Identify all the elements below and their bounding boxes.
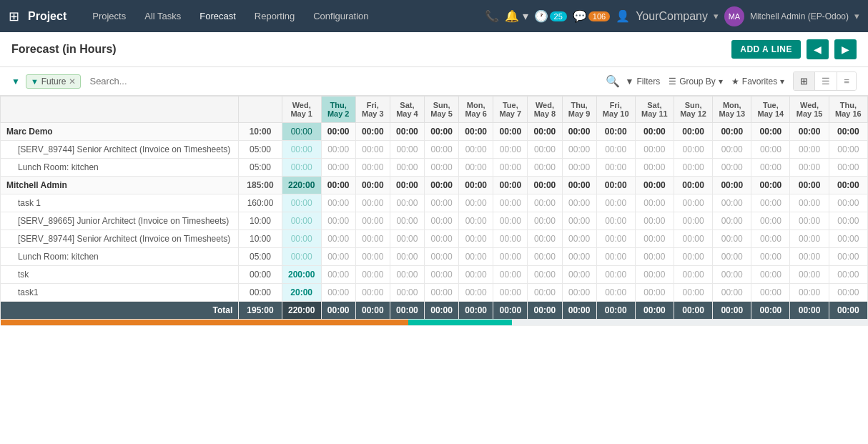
day-cell: 00:00 bbox=[425, 177, 459, 194]
day-cell: 00:00 bbox=[790, 141, 829, 159]
person-icon[interactable]: 👤 bbox=[616, 9, 630, 23]
progress-bar bbox=[1, 320, 868, 325]
child-name-cell: tsk bbox=[1, 266, 239, 284]
day-cell: 00:00 bbox=[635, 212, 674, 230]
grid-icon[interactable]: ⊞ bbox=[9, 9, 19, 24]
nav-menu: ProjectsAll TasksForecastReportingConfig… bbox=[84, 8, 482, 24]
total-day-cell: 00:00 bbox=[493, 302, 528, 320]
search-button[interactable]: 🔍 bbox=[606, 74, 620, 88]
nav-item-reporting[interactable]: Reporting bbox=[246, 8, 303, 24]
page-content: Forecast (in Hours) ADD A LINE ◀ ▶ ▼ ▼ F… bbox=[0, 32, 868, 444]
day-cell: 00:00 bbox=[493, 159, 528, 177]
day-cell: 00:00 bbox=[562, 159, 596, 177]
day-cell: 00:00 bbox=[674, 266, 712, 284]
filters-button[interactable]: ▼ Filters bbox=[626, 77, 661, 87]
day-cell: 00:00 bbox=[674, 230, 712, 248]
hours-cell: 05:00 bbox=[239, 159, 282, 177]
view-toggle: ⊞ ☰ ≡ bbox=[793, 71, 857, 91]
col-header-day-6: Tue,May 7 bbox=[493, 97, 528, 123]
filter-tag-future[interactable]: ▼ Future ✕ bbox=[26, 74, 82, 89]
next-button[interactable]: ▶ bbox=[834, 39, 857, 59]
nav-item-forecast[interactable]: Forecast bbox=[191, 8, 245, 24]
day-cell: 00:00 bbox=[674, 194, 712, 212]
groupby-button[interactable]: ☰ Group By ▾ bbox=[669, 77, 723, 87]
child-name-cell: Lunch Room: kitchen bbox=[1, 248, 239, 266]
today-cell: 00:00 bbox=[282, 159, 321, 177]
search-input[interactable] bbox=[87, 73, 599, 89]
today-cell: 00:00 bbox=[282, 141, 321, 159]
top-navigation: ⊞ Project ProjectsAll TasksForecastRepor… bbox=[0, 0, 868, 32]
day-cell: 00:00 bbox=[355, 194, 390, 212]
nav-item-configuration[interactable]: Configuration bbox=[305, 8, 377, 24]
nav-item-projects[interactable]: Projects bbox=[84, 8, 134, 24]
day-cell: 00:00 bbox=[790, 123, 829, 141]
group-name-cell[interactable]: Marc Demo bbox=[1, 123, 239, 141]
day-cell: 00:00 bbox=[390, 230, 424, 248]
view-lines-button[interactable]: ≡ bbox=[837, 72, 856, 90]
day-cell: 00:00 bbox=[493, 194, 528, 212]
total-day-cell: 00:00 bbox=[528, 302, 562, 320]
day-cell: 00:00 bbox=[751, 284, 790, 302]
total-day-cell: 00:00 bbox=[562, 302, 596, 320]
day-cell: 00:00 bbox=[790, 248, 829, 266]
app-name: Project bbox=[28, 10, 66, 23]
day-cell: 00:00 bbox=[425, 248, 459, 266]
day-cell: 00:00 bbox=[528, 230, 562, 248]
view-grid-button[interactable]: ⊞ bbox=[794, 72, 815, 90]
child-name-cell: [SERV_89744] Senior Architect (Invoice o… bbox=[1, 230, 239, 248]
favorites-button[interactable]: ★ Favorites ▾ bbox=[731, 77, 784, 87]
prev-button[interactable]: ◀ bbox=[807, 39, 829, 59]
nav-item-all-tasks[interactable]: All Tasks bbox=[136, 8, 189, 24]
day-cell: 00:00 bbox=[528, 248, 562, 266]
day-cell: 00:00 bbox=[355, 266, 390, 284]
day-cell: 00:00 bbox=[829, 230, 867, 248]
chat-icon[interactable]: 💬 106 bbox=[573, 9, 610, 23]
day-cell: 00:00 bbox=[751, 230, 790, 248]
day-cell: 00:00 bbox=[562, 230, 596, 248]
col-header-day-13: Tue,May 14 bbox=[751, 97, 790, 123]
progress-bar-row bbox=[1, 320, 868, 326]
day-cell: 00:00 bbox=[829, 284, 867, 302]
total-hours: 195:00 bbox=[239, 302, 282, 320]
phone-icon[interactable]: 📞 bbox=[485, 9, 499, 23]
day-cell: 00:00 bbox=[674, 212, 712, 230]
clock-badge: 25 bbox=[550, 11, 567, 21]
col-header-day-5: Mon,May 6 bbox=[459, 97, 493, 123]
add-line-button[interactable]: ADD A LINE bbox=[731, 40, 801, 59]
view-list-button[interactable]: ☰ bbox=[815, 72, 837, 90]
user-menu[interactable]: Mitchell Admin (EP-Odoo) bbox=[750, 11, 849, 21]
col-header-day-14: Wed,May 15 bbox=[790, 97, 829, 123]
day-cell: 00:00 bbox=[321, 123, 355, 141]
filter-tag-icon: ▼ bbox=[31, 77, 39, 86]
table-header: Wed,May 1Thu,May 2Fri,May 3Sat,May 4Sun,… bbox=[1, 97, 868, 123]
total-day-cell: 00:00 bbox=[713, 302, 751, 320]
total-day-cell: 00:00 bbox=[790, 302, 829, 320]
day-cell: 00:00 bbox=[674, 284, 712, 302]
avatar[interactable]: MA bbox=[724, 6, 744, 26]
col-header-day-4: Sun,May 5 bbox=[425, 97, 459, 123]
hours-cell: 185:00 bbox=[239, 177, 282, 194]
day-cell: 00:00 bbox=[493, 248, 528, 266]
day-cell: 00:00 bbox=[713, 248, 751, 266]
forecast-table-container: Wed,May 1Thu,May 2Fri,May 3Sat,May 4Sun,… bbox=[0, 96, 868, 326]
filter-tag-close-icon[interactable]: ✕ bbox=[69, 77, 76, 87]
day-cell: 00:00 bbox=[459, 230, 493, 248]
day-cell: 00:00 bbox=[493, 284, 528, 302]
day-cell: 00:00 bbox=[829, 212, 867, 230]
day-cell: 00:00 bbox=[751, 212, 790, 230]
day-cell: 00:00 bbox=[528, 141, 562, 159]
forecast-table: Wed,May 1Thu,May 2Fri,May 3Sat,May 4Sun,… bbox=[0, 96, 868, 326]
total-label: Total bbox=[1, 302, 239, 320]
day-cell: 00:00 bbox=[321, 248, 355, 266]
group-name-cell[interactable]: Mitchell Admin bbox=[1, 177, 239, 194]
groupby-icon: ☰ bbox=[669, 77, 676, 87]
day-cell: 00:00 bbox=[493, 266, 528, 284]
company-selector[interactable]: YourCompany bbox=[636, 10, 708, 23]
day-cell: 00:00 bbox=[562, 123, 596, 141]
clock-icon[interactable]: 🕐 25 bbox=[534, 9, 567, 23]
day-cell: 00:00 bbox=[713, 284, 751, 302]
day-cell: 00:00 bbox=[562, 177, 596, 194]
day-cell: 00:00 bbox=[829, 194, 867, 212]
day-cell: 00:00 bbox=[829, 248, 867, 266]
bell-icon[interactable]: 🔔 ▾ bbox=[505, 9, 528, 23]
